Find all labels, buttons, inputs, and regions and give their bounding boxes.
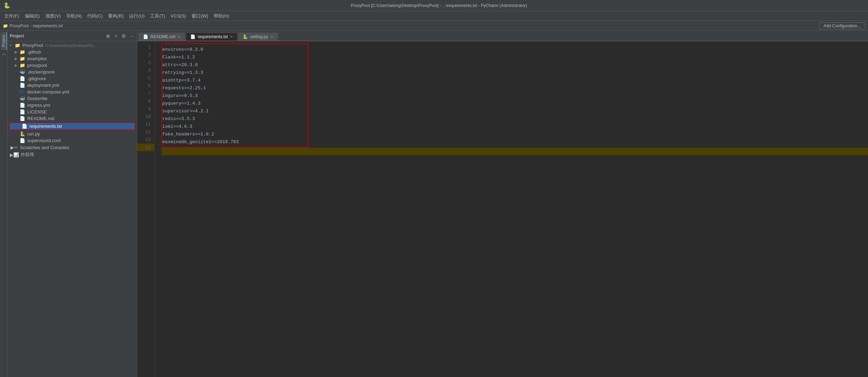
tab-requirements[interactable]: 📄 requirements.txt ✕ (186, 33, 237, 41)
tree-item-docker-compose[interactable]: DC docker-compose.yml (8, 89, 137, 95)
tab-label-readme: README.md (150, 34, 175, 39)
code-editor[interactable]: environs==9.3.0 Flask==1.1.2 attrs==20.3… (155, 41, 868, 377)
tree-label-requirements: requirements.txt (29, 124, 62, 129)
titlebar: 🐍 ProxyPool [C:\Users\wlong\Desktop\Prox… (0, 0, 868, 11)
window-title: ProxyPool [C:\Users\wlong\Desktop\ProxyP… (13, 3, 865, 8)
file-icon-license: 📄 (20, 109, 26, 114)
tree-label-docker-compose: docker-compose.yml (27, 89, 69, 95)
tree-root-proxypool[interactable]: ▾ 📁 ProxyPool C:\Users\wlong\Desktop\Pro… (8, 42, 137, 49)
tree-item-gitignore[interactable]: 📄 .gitignore (8, 75, 137, 82)
tree-item-runpy[interactable]: 🐍 run.py (8, 131, 137, 137)
expand-arrow: ▶ (15, 50, 20, 54)
external-library[interactable]: ▶ 📊 外部库 (8, 151, 137, 159)
code-line-5: aiohttp==3.7.4 (162, 76, 305, 84)
code-line-12: fake_headers==1.0.2 (162, 130, 305, 138)
file-icon-dockerfile: 🐳 (20, 96, 26, 101)
scratches-and-consoles[interactable]: ▶ ✏ Scratches and Consoles (8, 144, 137, 151)
code-line-14 (162, 148, 868, 155)
code-line-11: lxml==4.6.3 (162, 123, 305, 130)
tree-label-gitignore: .gitignore (27, 76, 46, 81)
line-num-3: 3 (137, 59, 154, 67)
tree-item-examples[interactable]: ▶ 📁 examples (8, 55, 137, 62)
line-num-14: 14 (137, 144, 154, 151)
tab-setting[interactable]: 🐍 setting.py ✕ (238, 33, 278, 41)
tab-icon-setting: 🐍 (243, 34, 248, 39)
add-configuration-button[interactable]: Add Configuration... (819, 22, 865, 29)
tree-label-dockerfile: Dockerfile (27, 96, 48, 101)
tree-label-license: LICENSE (27, 109, 47, 114)
line-num-12: 12 (137, 128, 154, 136)
menu-code[interactable]: 代码(C) (84, 12, 105, 20)
expand-arrow: ▶ (15, 63, 20, 67)
line-num-6: 6 (137, 82, 154, 90)
tree-item-readme[interactable]: 📄 README.md (8, 115, 137, 122)
line-num-8: 8 (137, 97, 154, 105)
tree-item-deployment-yml[interactable]: 📄 deployment.yml (8, 82, 137, 89)
tree-item-dockerignore[interactable]: 🐳 .dockerignore (8, 69, 137, 75)
ext-lib-icon: 📊 (13, 152, 19, 158)
tab-icon-requirements: 📄 (190, 34, 195, 39)
collapse-all-icon[interactable]: ≡ (113, 33, 118, 39)
menubar: 文件(F) 编辑(E) 视图(V) 导航(N) 代码(C) 重构(R) 运行(U… (0, 11, 868, 21)
file-icon-yml: 📄 (20, 83, 26, 88)
menu-window[interactable]: 窗口(W) (189, 12, 211, 20)
project-root-name: ProxyPool (22, 43, 43, 48)
tree-item-ingress-yml[interactable]: 📄 ingress.yml (8, 102, 137, 109)
main-layout: Project 1 Project ⊕ ≡ ⚙ ─ ▾ 📁 ProxyPool … (0, 31, 868, 377)
menu-navigate[interactable]: 导航(N) (63, 12, 84, 20)
scratches-icon: ✏ (14, 145, 18, 150)
scratches-label: Scratches and Consoles (20, 145, 69, 150)
menu-vcs[interactable]: VCS(S) (168, 13, 189, 19)
menu-file[interactable]: 文件(F) (1, 12, 22, 20)
code-line-6: requests==2.25.1 (162, 84, 305, 92)
breadcrumb-project[interactable]: ProxyPool (9, 23, 29, 28)
file-icon-docker-compose: DC (20, 90, 26, 94)
menu-run[interactable]: 运行(U) (126, 12, 147, 20)
tab-bar: 📄 README.md ✕ 📄 requirements.txt ✕ 🐍 set… (137, 31, 868, 41)
tree-label-deployment-yml: deployment.yml (27, 83, 59, 88)
tree-item-supervisord[interactable]: 📄 supervisord.conf (8, 137, 137, 144)
file-icon-gitignore: 📄 (20, 76, 26, 81)
folder-icon: 📁 (20, 49, 26, 55)
tree-item-requirements[interactable]: 📄 requirements.txt (10, 123, 135, 130)
add-content-icon[interactable]: ⊕ (105, 33, 111, 39)
menu-edit[interactable]: 编辑(E) (22, 12, 43, 20)
code-line-1: environs==9.3.0 (162, 46, 305, 53)
tree-item-license[interactable]: 📄 LICENSE (8, 109, 137, 115)
line-num-5: 5 (137, 74, 154, 82)
menu-tools[interactable]: 工具(T) (147, 12, 168, 20)
tab-close-readme[interactable]: ✕ (177, 35, 180, 39)
tab-readme[interactable]: 📄 README.md ✕ (138, 33, 185, 41)
left-tab-project[interactable]: Project (1, 32, 7, 50)
menu-help[interactable]: 帮助(H) (211, 12, 232, 20)
tree-label-runpy: run.py (27, 131, 40, 137)
project-panel: Project ⊕ ≡ ⚙ ─ ▾ 📁 ProxyPool C:\Users\w… (8, 31, 137, 377)
gear-icon[interactable]: ⚙ (120, 33, 127, 39)
line-num-1: 1 (137, 43, 154, 51)
code-line-10: redis==3.5.3 (162, 115, 305, 123)
breadcrumb-file[interactable]: requirements.txt (33, 23, 63, 28)
code-line-13: maxminddb_geolite2==2018.703 (162, 138, 305, 146)
minimize-icon[interactable]: ─ (129, 33, 135, 39)
file-icon-requirements: 📄 (22, 124, 28, 129)
menu-view[interactable]: 视图(V) (43, 12, 63, 20)
tab-close-requirements[interactable]: ✕ (230, 35, 233, 39)
breadcrumb-sep: › (30, 23, 31, 28)
tree-item-proxypool[interactable]: ▶ 📁 proxypool (8, 62, 137, 69)
ext-lib-label: 外部库 (21, 152, 34, 158)
folder-icon: 📁 (20, 56, 26, 61)
line-num-11: 11 (137, 120, 154, 128)
tab-label-requirements: requirements.txt (198, 34, 228, 39)
left-tab-1[interactable]: 1 (1, 50, 7, 58)
project-folder-icon: 📁 (15, 43, 21, 48)
expand-arrow: ▶ (15, 57, 20, 61)
editor-content: 1 2 3 4 5 6 7 8 9 10 11 12 13 14 environ… (137, 41, 868, 377)
tree-item-dockerfile[interactable]: 🐳 Dockerfile (8, 95, 137, 102)
collapse-arrow: ▾ (10, 43, 15, 47)
code-line-3: attrs==20.3.0 (162, 61, 305, 69)
tab-close-setting[interactable]: ✕ (270, 35, 273, 39)
tree-label-proxypool: proxypool (27, 63, 47, 68)
line-num-2: 2 (137, 51, 154, 59)
menu-refactor[interactable]: 重构(R) (105, 12, 126, 20)
tree-item-github[interactable]: ▶ 📁 .github (8, 49, 137, 55)
